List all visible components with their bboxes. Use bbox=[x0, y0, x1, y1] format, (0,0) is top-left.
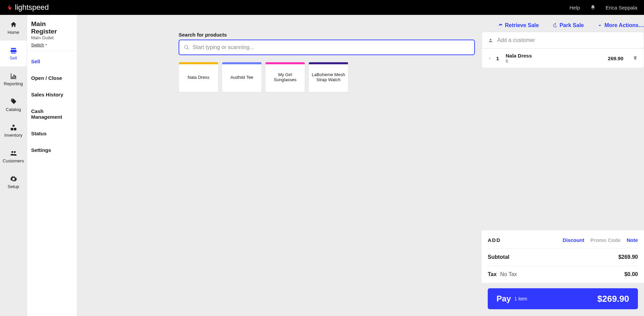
rail-inventory-label: Inventory bbox=[4, 133, 22, 138]
quick-key-label: Nala Dress bbox=[188, 75, 209, 80]
bell-icon[interactable] bbox=[590, 5, 596, 10]
people-icon bbox=[10, 150, 17, 157]
rail-setup[interactable]: Setup bbox=[0, 169, 27, 195]
line-item-variant: 6 bbox=[506, 59, 532, 64]
rail-setup-label: Setup bbox=[8, 184, 19, 189]
chevron-down-icon bbox=[45, 43, 48, 46]
brand-text: lightspeed bbox=[15, 3, 49, 12]
search-box[interactable] bbox=[179, 40, 475, 55]
switch-register-link[interactable]: Switch bbox=[31, 42, 48, 47]
register-outlet: Main Outlet bbox=[31, 35, 73, 40]
rail-customers[interactable]: Customers bbox=[0, 143, 27, 169]
history-icon bbox=[552, 23, 557, 28]
trash-icon bbox=[633, 55, 638, 60]
home-icon bbox=[10, 21, 17, 28]
park-sale-button[interactable]: Park Sale bbox=[552, 22, 584, 28]
pay-amount: $269.90 bbox=[597, 294, 629, 304]
search-input[interactable] bbox=[193, 44, 469, 50]
more-actions-label: More Actions… bbox=[604, 22, 644, 28]
rail-inventory[interactable]: Inventory bbox=[0, 118, 27, 143]
tag-icon bbox=[10, 98, 17, 106]
tax-value: $0.00 bbox=[624, 271, 638, 277]
line-item-name: Nala Dress bbox=[506, 53, 532, 59]
pay-button[interactable]: Pay 1 item $269.90 bbox=[488, 288, 638, 309]
rail-catalog-label: Catalog bbox=[6, 107, 21, 112]
subnav-status[interactable]: Status bbox=[27, 125, 77, 142]
add-customer-button[interactable]: Add a customer bbox=[482, 32, 644, 49]
flame-icon bbox=[7, 4, 13, 11]
line-item[interactable]: 1 Nala Dress 6 269.90 bbox=[482, 49, 644, 68]
boxes-icon bbox=[10, 124, 17, 131]
person-icon bbox=[488, 38, 493, 43]
quick-key-label: My Girl Sunglasses bbox=[268, 72, 303, 82]
topbar: lightspeed Help Erica Seppala bbox=[0, 0, 644, 15]
subnav-cash-management[interactable]: Cash Management bbox=[27, 103, 77, 125]
delete-line-item-button[interactable] bbox=[633, 55, 638, 61]
brand-logo: lightspeed bbox=[7, 3, 49, 12]
line-item-price: 269.90 bbox=[608, 55, 623, 61]
rail-catalog[interactable]: Catalog bbox=[0, 92, 27, 118]
quick-key-nala-dress[interactable]: Nala Dress bbox=[179, 62, 218, 92]
add-section-label: ADD bbox=[488, 237, 501, 243]
subnav-open-close[interactable]: Open / Close bbox=[27, 70, 77, 86]
rail-home-label: Home bbox=[7, 30, 19, 35]
register-title: Main Register bbox=[31, 20, 73, 35]
subnav: Main Register Main Outlet Switch Sell Op… bbox=[27, 15, 77, 316]
rail-customers-label: Customers bbox=[3, 158, 24, 163]
search-icon bbox=[184, 45, 189, 50]
chart-icon bbox=[10, 72, 17, 80]
promo-code-link[interactable]: Promo Code bbox=[590, 237, 620, 243]
pay-label: Pay bbox=[497, 294, 511, 303]
tax-name: No Tax bbox=[500, 271, 517, 277]
rail-nav: Home Sell Reporting Catalog Inventory Cu… bbox=[0, 15, 27, 316]
register-icon bbox=[10, 47, 17, 54]
rail-reporting[interactable]: Reporting bbox=[0, 66, 27, 92]
help-link[interactable]: Help bbox=[570, 5, 580, 10]
quick-key-label: LaBoheme Mesh Strap Watch bbox=[311, 72, 346, 82]
add-customer-label: Add a customer bbox=[497, 37, 535, 43]
subtotal-label: Subtotal bbox=[488, 254, 509, 260]
retrieve-sale-button[interactable]: Retrieve Sale bbox=[498, 22, 539, 28]
switch-label: Switch bbox=[31, 42, 44, 47]
share-icon bbox=[498, 23, 503, 28]
subtotal-value: $269.90 bbox=[618, 254, 638, 260]
line-items: 1 Nala Dress 6 269.90 bbox=[482, 49, 644, 68]
user-name[interactable]: Erica Seppala bbox=[606, 5, 637, 10]
subnav-sales-history[interactable]: Sales History bbox=[27, 86, 77, 103]
gear-icon bbox=[10, 175, 17, 183]
discount-link[interactable]: Discount bbox=[562, 237, 584, 243]
sale-actions: Retrieve Sale Park Sale More Actions… bbox=[179, 15, 644, 32]
quick-keys: Nala Dress Audhild Tee My Girl Sunglasse… bbox=[179, 62, 475, 92]
quick-key-laboheme-watch[interactable]: LaBoheme Mesh Strap Watch bbox=[308, 62, 348, 92]
tax-label: Tax bbox=[488, 271, 497, 277]
rail-sell[interactable]: Sell bbox=[0, 41, 27, 66]
park-sale-label: Park Sale bbox=[559, 22, 584, 28]
more-actions-button[interactable]: More Actions… bbox=[597, 22, 644, 28]
retrieve-sale-label: Retrieve Sale bbox=[505, 22, 539, 28]
quick-key-audhild-tee[interactable]: Audhild Tee bbox=[222, 62, 262, 92]
caret-down-icon bbox=[597, 23, 602, 28]
rail-home[interactable]: Home bbox=[0, 15, 27, 41]
rail-reporting-label: Reporting bbox=[4, 81, 23, 86]
quick-key-my-girl-sunglasses[interactable]: My Girl Sunglasses bbox=[265, 62, 305, 92]
subnav-settings[interactable]: Settings bbox=[27, 142, 77, 158]
quick-key-label: Audhild Tee bbox=[230, 75, 253, 80]
cart-summary: ADD Discount Promo Code Note Subtotal $2… bbox=[482, 230, 644, 316]
subnav-sell[interactable]: Sell bbox=[27, 53, 77, 70]
rail-sell-label: Sell bbox=[10, 55, 17, 61]
line-item-qty: 1 bbox=[496, 55, 501, 61]
chevron-right-icon bbox=[488, 55, 491, 61]
pay-item-count: 1 item bbox=[514, 296, 527, 301]
search-label: Search for products bbox=[179, 32, 475, 38]
note-link[interactable]: Note bbox=[627, 237, 638, 243]
